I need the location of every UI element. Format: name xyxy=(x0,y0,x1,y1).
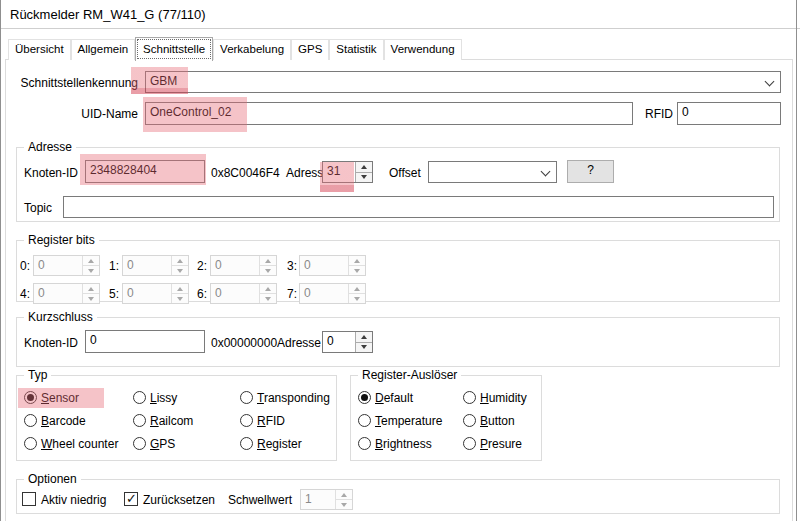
bit-7-spinner[interactable]: 0 xyxy=(299,283,366,304)
adresse-adresse-value[interactable]: 31 xyxy=(323,162,355,182)
radio-typ-gps[interactable]: GPS xyxy=(133,436,175,451)
radio-label: Temperature xyxy=(375,414,442,428)
optionen-group-title: Optionen xyxy=(24,472,81,486)
adresse-knoten-label: Knoten-ID xyxy=(24,166,78,180)
bit-6-spinner[interactable]: 0 xyxy=(210,283,277,304)
tab-verwendung[interactable]: Verwendung xyxy=(384,39,462,60)
radio-label: Lissy xyxy=(150,391,177,405)
tab-uebersicht[interactable]: Übersicht xyxy=(8,39,71,60)
kennung-combobox[interactable]: GBM xyxy=(145,71,781,93)
radio-ausloeser-brightness[interactable]: Brightness xyxy=(358,436,432,451)
radio-label: Presure xyxy=(480,437,522,451)
bit-5-value: 0 xyxy=(123,284,171,303)
radio-typ-barcode[interactable]: Barcode xyxy=(24,413,86,428)
radio-icon xyxy=(240,414,253,427)
bit-6-label: 6: xyxy=(189,287,207,301)
offset-label: Offset xyxy=(389,166,421,180)
radio-ausloeser-default[interactable]: Default xyxy=(358,390,413,405)
radio-label: Railcom xyxy=(150,414,193,428)
title-separator xyxy=(0,28,800,29)
spinner-down-button[interactable] xyxy=(356,342,372,353)
radio-typ-rfid[interactable]: RFID xyxy=(240,413,285,428)
spinner-down-button xyxy=(336,499,352,509)
radio-ausloeser-temperature[interactable]: Temperature xyxy=(358,413,442,428)
spinner-down-button xyxy=(349,293,365,303)
ausloeser-group-title: Register-Auslöser xyxy=(358,368,461,382)
tab-statistik[interactable]: Statistik xyxy=(329,39,383,60)
uid-label: UID-Name xyxy=(0,107,138,121)
tab-schnittstelle[interactable]: Schnittstelle xyxy=(135,37,213,61)
radio-icon xyxy=(358,414,371,427)
radio-icon xyxy=(133,414,146,427)
bit-5-label: 5: xyxy=(101,287,119,301)
spinner-down-button xyxy=(172,265,188,275)
radio-icon xyxy=(240,391,253,404)
radio-ausloeser-presure[interactable]: Presure xyxy=(463,436,522,451)
spinner-up-button[interactable] xyxy=(356,162,372,172)
schwellwert-value: 1 xyxy=(301,490,335,509)
spinner-up-button xyxy=(260,284,276,293)
adresse-group-title: Adresse xyxy=(24,140,76,154)
topic-input[interactable] xyxy=(63,196,774,218)
kurzschluss-adresse-value[interactable]: 0 xyxy=(323,332,355,352)
bit-2-spinner[interactable]: 0 xyxy=(210,255,277,276)
radio-icon xyxy=(133,391,146,404)
kurzschluss-adresse-spinner[interactable]: 0 xyxy=(322,331,373,353)
zuruecksetzen-checkbox[interactable] xyxy=(124,492,138,506)
window-title: Rückmelder RM_W41_G (77/110) xyxy=(10,7,206,22)
kennung-label: Schnittstellenkennung xyxy=(0,76,138,90)
bit-4-spinner[interactable]: 0 xyxy=(33,283,100,304)
adresse-knoten-input[interactable]: 2348828404 xyxy=(85,160,205,183)
kurzschluss-hex-value: 0x00000000 xyxy=(211,336,277,350)
spinner-up-button xyxy=(83,284,99,293)
bit-0-value: 0 xyxy=(34,256,82,275)
bit-7-label: 7: xyxy=(279,287,297,301)
tab-bar: Übersicht Allgemein Schnittstelle Verkab… xyxy=(8,37,462,61)
radio-icon xyxy=(24,391,37,404)
tab-allgemein[interactable]: Allgemein xyxy=(71,39,136,60)
radio-icon xyxy=(133,437,146,450)
bit-3-spinner[interactable]: 0 xyxy=(299,255,366,276)
radio-typ-wheel-counter[interactable]: Wheel counter xyxy=(24,436,118,451)
radio-typ-sensor[interactable]: Sensor xyxy=(24,390,79,405)
spinner-up-button xyxy=(172,284,188,293)
arrow-down-icon xyxy=(361,175,367,179)
bit-5-spinner[interactable]: 0 xyxy=(122,283,189,304)
schwellwert-spinner[interactable]: 1 xyxy=(300,489,353,510)
radio-label: Sensor xyxy=(41,391,79,405)
spinner-down-button xyxy=(260,265,276,275)
radio-typ-lissy[interactable]: Lissy xyxy=(133,390,177,405)
uid-input[interactable]: OneControl_02 xyxy=(145,102,633,125)
spinner-down-button xyxy=(172,293,188,303)
adresse-adresse-spinner[interactable]: 31 xyxy=(322,161,373,183)
spinner-up-button[interactable] xyxy=(356,332,372,342)
zuruecksetzen-label: Zurücksetzen xyxy=(143,493,215,507)
radio-label: Default xyxy=(375,391,413,405)
radio-icon xyxy=(240,437,253,450)
aktiv-niedrig-checkbox[interactable] xyxy=(22,492,36,506)
adresse-hex-value: 0x8C0046F4 xyxy=(211,166,280,180)
bit-1-spinner[interactable]: 0 xyxy=(122,255,189,276)
radio-typ-register[interactable]: Register xyxy=(240,436,302,451)
spinner-down-button xyxy=(349,265,365,275)
help-button[interactable]: ? xyxy=(567,160,614,183)
bit-0-spinner[interactable]: 0 xyxy=(33,255,100,276)
kurzschluss-adresse-label: Adresse xyxy=(277,336,321,350)
radio-typ-railcom[interactable]: Railcom xyxy=(133,413,193,428)
radio-typ-transponding[interactable]: Transponding xyxy=(240,390,330,405)
tab-gps[interactable]: GPS xyxy=(291,39,329,60)
bit-2-label: 2: xyxy=(189,259,207,273)
offset-combobox[interactable] xyxy=(428,161,557,183)
kurzschluss-knoten-input[interactable]: 0 xyxy=(85,330,205,353)
radio-ausloeser-humidity[interactable]: Humidity xyxy=(463,390,527,405)
spinner-down-button[interactable] xyxy=(356,172,372,183)
topic-label: Topic xyxy=(24,201,52,215)
bit-7-value: 0 xyxy=(300,284,348,303)
radio-ausloeser-button[interactable]: Button xyxy=(463,413,515,428)
typ-group-title: Typ xyxy=(24,368,51,382)
tab-verkabelung[interactable]: Verkabelung xyxy=(213,39,291,60)
window-border-left xyxy=(0,0,1,521)
spinner-buttons xyxy=(355,332,372,352)
rfid-input[interactable]: 0 xyxy=(677,102,781,125)
spinner-up-button xyxy=(172,256,188,265)
